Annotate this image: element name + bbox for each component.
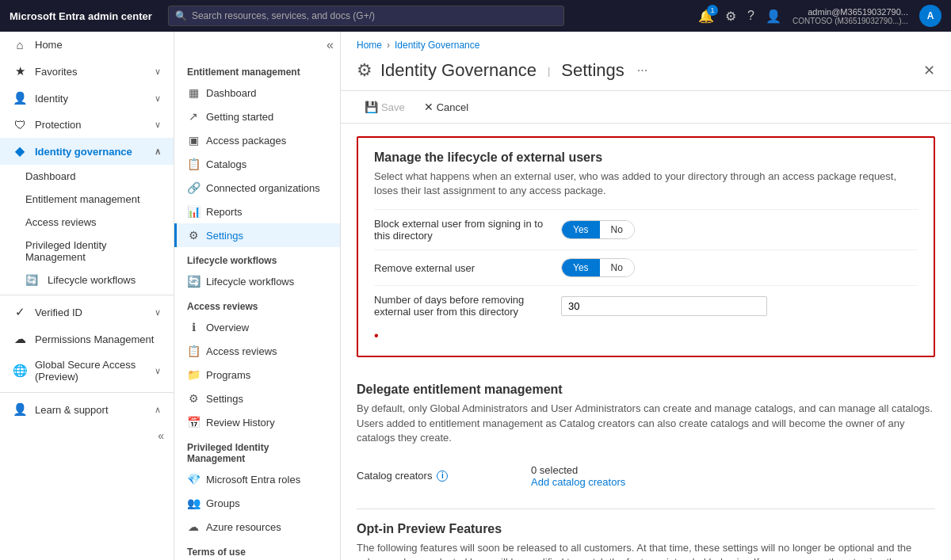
breadcrumb-current[interactable]: Identity Governance xyxy=(395,40,479,51)
sub-section-header-lifecycle: Lifecycle workflows xyxy=(174,247,340,269)
sub-section-header-entitlement: Entitlement management xyxy=(174,59,340,81)
user-avatar[interactable]: A xyxy=(919,5,941,27)
sub-nav-label-reports: Reports xyxy=(206,206,243,218)
sub-nav-label-overview: Overview xyxy=(206,322,249,333)
sidebar-item-learn[interactable]: 👤 Learn & support ∧ xyxy=(0,396,174,423)
toggle-block-signin[interactable]: Yes No xyxy=(561,220,635,239)
reports-icon: 📊 xyxy=(187,205,200,218)
sub-nav-entra-roles[interactable]: 💎 Microsoft Entra roles xyxy=(174,467,340,491)
sub-nav-dashboard[interactable]: ▦ Dashboard xyxy=(174,81,340,105)
global-secure-icon: 🌐 xyxy=(13,364,27,378)
days-input[interactable] xyxy=(561,296,767,316)
sub-nav-overview[interactable]: ℹ Overview xyxy=(174,315,340,339)
required-indicator: • xyxy=(374,329,918,343)
sidebar-item-home[interactable]: ⌂ Home xyxy=(0,32,174,58)
azure-resources-icon: ☁ xyxy=(187,520,200,533)
notification-badge: 1 xyxy=(707,5,718,16)
toggle-block-signin-no[interactable]: No xyxy=(600,221,634,238)
access-reviews-item-icon: 📋 xyxy=(187,345,200,357)
chevron-down-icon: ∨ xyxy=(155,307,161,318)
access-packages-icon: ▣ xyxy=(187,134,200,147)
sub-nav-review-history[interactable]: 📅 Review History xyxy=(174,410,340,434)
sidebar-label-entitlement-management: Entitlement management xyxy=(25,193,140,205)
sub-nav-label-programs: Programs xyxy=(206,369,250,381)
sub-nav-label-settings-ar: Settings xyxy=(206,393,243,405)
page-more-icon[interactable]: ··· xyxy=(637,63,647,78)
sub-nav-connected-orgs[interactable]: 🔗 Connected organizations xyxy=(174,176,340,200)
sub-nav-settings-ar[interactable]: ⚙ Settings xyxy=(174,387,340,410)
user-info: admin@M36519032790... CONTOSO (M36519032… xyxy=(792,7,908,25)
dashboard-icon: ▦ xyxy=(187,86,200,99)
chevron-down-icon: ∨ xyxy=(155,120,161,130)
sidebar-item-lifecycle[interactable]: 🔄 Lifecycle workflows xyxy=(0,269,174,291)
sub-section-header-access-reviews: Access reviews xyxy=(174,293,340,315)
catalog-creators-info-icon[interactable]: i xyxy=(437,470,448,482)
search-icon: 🔍 xyxy=(175,10,187,21)
cancel-button[interactable]: ✕ Cancel xyxy=(416,97,476,116)
toggle-remove-user-no[interactable]: No xyxy=(600,259,634,276)
sidebar-item-verified-id[interactable]: ✓ Verified ID ∨ xyxy=(0,299,174,326)
sub-nav-label-dashboard: Dashboard xyxy=(206,87,257,99)
sub-nav-label-review-history: Review History xyxy=(206,417,275,429)
sidebar-item-access-reviews[interactable]: Access reviews xyxy=(0,211,174,234)
groups-icon: 👥 xyxy=(187,497,200,509)
sidebar-item-protection[interactable]: 🛡 Protection ∨ xyxy=(0,112,174,138)
sidebar-item-global-secure[interactable]: 🌐 Global Secure Access (Preview) ∨ xyxy=(0,352,174,389)
sidebar-item-pim[interactable]: Privileged Identity Management xyxy=(0,234,174,269)
lifecycle-section-desc: Select what happens when an external use… xyxy=(374,170,918,198)
sub-nav-access-packages[interactable]: ▣ Access packages xyxy=(174,128,340,152)
toolbar: 💾 Save ✕ Cancel xyxy=(341,91,951,124)
sidebar-divider-2 xyxy=(0,392,174,393)
save-label: Save xyxy=(381,101,405,113)
lifecycle-section-title: Manage the lifecycle of external users xyxy=(374,150,918,165)
sub-nav-groups[interactable]: 👥 Groups xyxy=(174,491,340,515)
lifecycle-workflows-icon: 🔄 xyxy=(187,275,200,288)
search-bar[interactable]: 🔍 Search resources, services, and docs (… xyxy=(168,6,564,26)
page-header-icon: ⚙ xyxy=(357,60,372,81)
programs-icon: 📁 xyxy=(187,368,200,381)
add-catalog-creators-link[interactable]: Add catalog creators xyxy=(531,476,625,488)
preview-section-desc: The following features will soon be rele… xyxy=(357,541,935,560)
save-button[interactable]: 💾 Save xyxy=(357,97,413,116)
sidebar-label-identity-governance: Identity governance xyxy=(35,146,132,158)
setting-row-days: Number of days before removing external … xyxy=(374,285,918,326)
sidebar-item-entitlement-management[interactable]: Entitlement management xyxy=(0,188,174,211)
sub-sidebar-collapse-button[interactable]: « xyxy=(327,38,334,52)
breadcrumb-home[interactable]: Home xyxy=(357,40,382,51)
sub-nav-label-groups: Groups xyxy=(206,497,240,509)
settings-ar-icon: ⚙ xyxy=(187,392,200,405)
cancel-icon: ✕ xyxy=(424,101,433,113)
chevron-down-icon: ∨ xyxy=(155,366,161,376)
sidebar-label-lifecycle: Lifecycle workflows xyxy=(48,274,136,286)
toggle-remove-user-yes[interactable]: Yes xyxy=(562,259,600,276)
sub-nav-azure-resources[interactable]: ☁ Azure resources xyxy=(174,515,340,539)
toggle-remove-user[interactable]: Yes No xyxy=(561,258,635,277)
top-nav-icons: 🔔 1 ⚙ ? 👤 admin@M36519032790... CONTOSO … xyxy=(698,5,941,27)
sub-nav-settings[interactable]: ⚙ Settings xyxy=(174,223,340,247)
sidebar-label-learn: Learn & support xyxy=(35,404,109,416)
left-sidebar: ⌂ Home ★ Favorites ∨ 👤 Identity ∨ 🛡 Prot… xyxy=(0,32,174,560)
settings-icon[interactable]: ⚙ xyxy=(725,9,736,24)
sub-nav-label-connected-orgs: Connected organizations xyxy=(206,182,320,194)
setting-label-block-signin: Block external user from signing in to t… xyxy=(374,218,548,242)
sub-nav-reports[interactable]: 📊 Reports xyxy=(174,200,340,223)
feedback-icon[interactable]: 👤 xyxy=(766,9,781,24)
toggle-block-signin-yes[interactable]: Yes xyxy=(562,221,600,238)
help-icon[interactable]: ? xyxy=(747,9,754,23)
sidebar-item-permissions[interactable]: ☁ Permissions Management xyxy=(0,326,174,352)
sub-nav-label-settings: Settings xyxy=(206,230,243,242)
sub-nav-getting-started[interactable]: ↗ Getting started xyxy=(174,105,340,128)
sub-nav-lifecycle-workflows[interactable]: 🔄 Lifecycle workflows xyxy=(174,269,340,293)
identity-governance-icon: ◆ xyxy=(13,144,27,158)
sub-nav-programs[interactable]: 📁 Programs xyxy=(174,363,340,387)
sidebar-label-protection: Protection xyxy=(35,119,82,131)
sidebar-collapse-icon[interactable]: « xyxy=(158,429,164,442)
sidebar-item-identity-governance[interactable]: ◆ Identity governance ∧ xyxy=(0,138,174,165)
sidebar-item-dashboard[interactable]: Dashboard xyxy=(0,165,174,188)
sub-nav-catalogs[interactable]: 📋 Catalogs xyxy=(174,152,340,176)
page-close-button[interactable]: ✕ xyxy=(923,62,935,79)
sub-nav-access-reviews-item[interactable]: 📋 Access reviews xyxy=(174,339,340,363)
sidebar-item-favorites[interactable]: ★ Favorites ∨ xyxy=(0,58,174,85)
notifications-icon[interactable]: 🔔 1 xyxy=(698,9,714,24)
sidebar-item-identity[interactable]: 👤 Identity ∨ xyxy=(0,85,174,112)
